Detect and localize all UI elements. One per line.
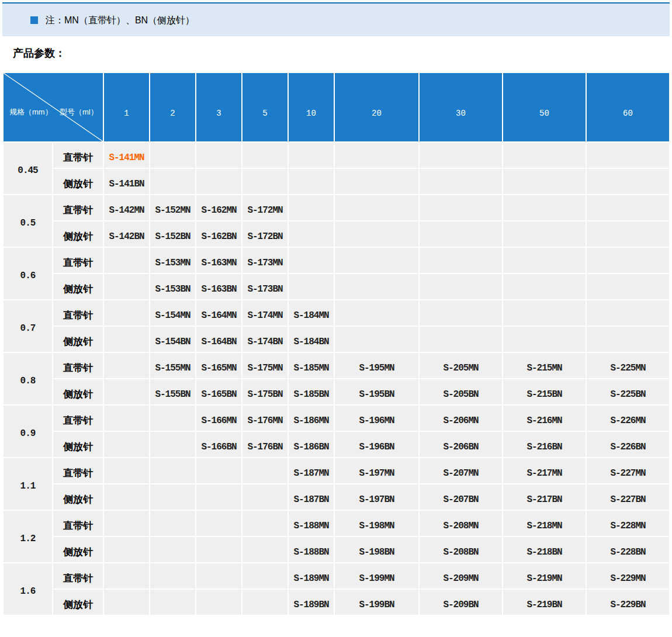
model-cell-empty [503, 274, 586, 299]
model-cell-empty [150, 143, 195, 168]
model-cell-empty [104, 511, 149, 536]
type-label-mn: 直带针 [53, 143, 103, 168]
model-cell-S-206MN: S-206MN [420, 406, 502, 431]
model-cell-S-141BN: S-141BN [104, 169, 149, 194]
model-cell-empty [243, 511, 287, 536]
model-cell-empty [420, 195, 502, 220]
model-cell-S-189BN: S-189BN [289, 590, 334, 615]
blue-square-bullet-icon [30, 16, 38, 24]
model-cell-empty [335, 195, 418, 220]
model-cell-empty [289, 248, 334, 273]
model-cell-empty [243, 563, 287, 588]
model-cell-empty [503, 221, 586, 247]
model-cell-S-217MN: S-217MN [503, 458, 586, 483]
model-cell-S-153BN: S-153BN [150, 274, 195, 299]
model-cell-empty [420, 327, 502, 352]
model-cell-S-184MN: S-184MN [289, 300, 334, 326]
model-cell-empty [503, 195, 586, 220]
model-cell-S-217BN: S-217BN [503, 484, 586, 510]
model-cell-S-165BN: S-165BN [196, 379, 241, 404]
header-volume-30: 30 [420, 73, 502, 141]
model-cell-empty [289, 274, 334, 299]
model-cell-S-166MN: S-166MN [196, 406, 241, 431]
header-volume-60: 60 [587, 73, 669, 141]
model-cell-S-164BN: S-164BN [196, 327, 241, 352]
model-cell-S-205MN: S-205MN [420, 353, 502, 378]
type-label-mn: 直带针 [53, 353, 103, 378]
model-cell-empty [587, 327, 669, 352]
type-label-bn: 侧放针 [53, 379, 103, 404]
model-cell-empty [420, 221, 502, 247]
model-cell-empty [335, 169, 418, 194]
model-cell-empty [196, 537, 241, 562]
model-cell-empty [289, 143, 334, 168]
product-spec-table: 规格（mm） 型号（ml） 12351020305060 0.45直带针S-14… [2, 72, 670, 616]
model-cell-S-141MN[interactable]: S-141MN [104, 143, 149, 168]
model-cell-S-197BN: S-197BN [335, 484, 418, 510]
model-cell-S-189MN: S-189MN [289, 563, 334, 588]
row-1.2-bn: 侧放针S-188BNS-198BNS-208BNS-218BNS-228BN [4, 537, 669, 562]
spec-cell-1.6: 1.6 [4, 563, 52, 615]
row-0.5-bn: 侧放针S-142BNS-152BNS-162BNS-172BN [4, 221, 669, 247]
row-1.1-mn: 1.1直带针S-187MNS-197MNS-207MNS-217MNS-227M… [4, 458, 669, 483]
corner-col-label: 型号（ml） [60, 108, 98, 116]
model-cell-S-195MN: S-195MN [335, 353, 418, 378]
model-cell-empty [420, 169, 502, 194]
model-cell-empty [587, 300, 669, 326]
model-cell-S-218MN: S-218MN [503, 511, 586, 536]
model-cell-empty [503, 248, 586, 273]
row-0.5-mn: 0.5直带针S-142MNS-152MNS-162MNS-172MN [4, 195, 669, 220]
spec-cell-0.9: 0.9 [4, 406, 52, 457]
model-cell-S-228MN: S-228MN [587, 511, 669, 536]
row-1.2-mn: 1.2直带针S-188MNS-198MNS-208MNS-218MNS-228M… [4, 511, 669, 536]
model-cell-empty [196, 563, 241, 588]
spec-cell-0.7: 0.7 [4, 300, 52, 352]
model-cell-S-208BN: S-208BN [420, 537, 502, 562]
model-cell-S-215BN: S-215BN [503, 379, 586, 404]
model-cell-empty [150, 458, 195, 483]
spec-cell-0.5: 0.5 [4, 195, 52, 247]
model-cell-empty [335, 274, 418, 299]
model-cell-empty [587, 143, 669, 168]
model-cell-S-199BN: S-199BN [335, 590, 418, 615]
row-0.7-mn: 0.7直带针S-154MNS-164MNS-174MNS-184MN [4, 300, 669, 326]
model-cell-empty [335, 143, 418, 168]
model-cell-empty [587, 169, 669, 194]
model-cell-empty [335, 248, 418, 273]
header-volume-5: 5 [243, 73, 287, 141]
model-cell-empty [587, 195, 669, 220]
model-cell-S-219BN: S-219BN [503, 590, 586, 615]
model-cell-empty [587, 248, 669, 273]
type-label-bn: 侧放针 [53, 484, 103, 510]
type-label-mn: 直带针 [53, 195, 103, 220]
model-cell-S-219MN: S-219MN [503, 563, 586, 588]
model-cell-empty [104, 537, 149, 562]
corner-row-label: 规格（mm） [9, 108, 53, 116]
model-cell-empty [104, 327, 149, 352]
row-1.6-mn: 1.6直带针S-189MNS-199MNS-209MNS-219MNS-229M… [4, 563, 669, 588]
model-cell-S-154MN: S-154MN [150, 300, 195, 326]
model-cell-S-218BN: S-218BN [503, 537, 586, 562]
model-cell-S-226MN: S-226MN [587, 406, 669, 431]
model-cell-S-215MN: S-215MN [503, 353, 586, 378]
model-cell-empty [243, 484, 287, 510]
model-cell-S-153MN: S-153MN [150, 248, 195, 273]
model-cell-S-227BN: S-227BN [587, 484, 669, 510]
model-cell-empty [243, 143, 287, 168]
model-cell-S-142MN: S-142MN [104, 195, 149, 220]
type-label-mn: 直带针 [53, 248, 103, 273]
row-0.7-bn: 侧放针S-154BNS-164BNS-174BNS-184BN [4, 327, 669, 352]
model-cell-S-216BN: S-216BN [503, 432, 586, 457]
row-0.8-mn: 0.8直带针S-155MNS-165MNS-175MNS-185MNS-195M… [4, 353, 669, 378]
model-cell-S-173MN: S-173MN [243, 248, 287, 273]
header-volume-3: 3 [196, 73, 241, 141]
row-0.6-mn: 0.6直带针S-153MNS-163MNS-173MN [4, 248, 669, 273]
model-cell-S-185MN: S-185MN [289, 353, 334, 378]
note-text: 注：MN（直带针）、BN（侧放针） [46, 16, 195, 25]
model-cell-empty [104, 248, 149, 273]
model-cell-S-172BN: S-172BN [243, 221, 287, 247]
model-cell-S-187BN: S-187BN [289, 484, 334, 510]
model-cell-S-166BN: S-166BN [196, 432, 241, 457]
model-cell-empty [196, 511, 241, 536]
model-cell-S-225BN: S-225BN [587, 379, 669, 404]
